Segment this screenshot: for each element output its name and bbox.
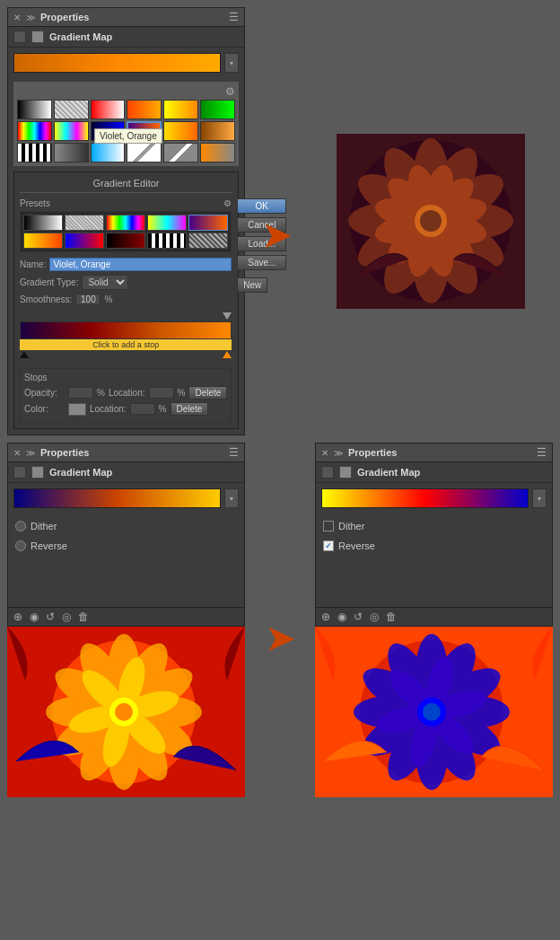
preset-5[interactable]	[188, 215, 228, 231]
bottom-left-gradient-bar-row: ▾	[8, 483, 244, 514]
bottom-right-panel-header: ✕ ≫ Properties ☰	[316, 444, 552, 462]
bottom-right-dither-row: Dither	[316, 519, 552, 533]
flower-svg-bottom-right	[315, 627, 553, 797]
gradient-cell-12[interactable]	[200, 121, 235, 141]
eye-icon-br[interactable]: ◉	[337, 611, 346, 623]
bottom-right-expand-icon[interactable]: ≫	[334, 448, 343, 458]
add-icon-br[interactable]: ⊕	[321, 611, 330, 623]
opacity-pct: %	[97, 388, 105, 398]
panel-expand-icon[interactable]: ≫	[26, 13, 35, 22]
rotate-icon-br[interactable]: ↺	[354, 611, 363, 623]
gradient-cell-16[interactable]	[127, 143, 162, 163]
bottom-right-gradient-map-label: Gradient Map	[357, 467, 420, 478]
gradient-cell-7[interactable]	[17, 121, 52, 141]
bottom-right-layer-thumbnail	[339, 466, 352, 479]
gradient-bar-row-top: ▾	[8, 48, 244, 78]
bottom-right-panel-title: Properties	[348, 447, 397, 458]
bottom-left-menu-icon[interactable]: ☰	[229, 446, 239, 459]
gradient-bar-top[interactable]	[13, 53, 221, 73]
gradient-cell-5[interactable]	[163, 100, 198, 119]
gradient-type-select[interactable]: Solid Noise	[82, 275, 128, 290]
gradient-type-label: Gradient Type:	[20, 277, 78, 287]
bottom-right-dither-checkbox[interactable]	[323, 521, 334, 531]
bottom-left-expand-icon[interactable]: ≫	[26, 448, 35, 458]
flower-canvas-top	[337, 134, 525, 309]
bottom-right-wrapper: ✕ ≫ Properties ☰ Gradient Map ▾ Dithe	[315, 443, 553, 797]
stop-top-right[interactable]	[223, 312, 232, 320]
bottom-left-close-btn[interactable]: ✕	[13, 448, 21, 458]
gradient-cell-8[interactable]	[54, 121, 89, 141]
color-delete-btn[interactable]: Delete	[171, 402, 209, 416]
preset-7[interactable]	[65, 233, 104, 249]
gradient-cell-11[interactable]	[163, 121, 198, 141]
gradient-cell-13[interactable]	[17, 143, 52, 163]
bottom-left-visibility-checkbox[interactable]	[13, 466, 26, 479]
opacity-loc-pct: %	[178, 388, 186, 398]
color-swatch[interactable]	[68, 403, 86, 416]
gradient-cell-17[interactable]	[163, 143, 198, 163]
gradient-map-label-top: Gradient Map	[49, 31, 112, 42]
gradient-dropdown-top[interactable]: ▾	[224, 53, 239, 73]
preset-2[interactable]	[65, 215, 104, 231]
bottom-right-menu-icon[interactable]: ☰	[537, 446, 547, 459]
name-input[interactable]	[49, 258, 232, 271]
bottom-left-layer-thumbnail	[31, 466, 44, 479]
bottom-right-gradient-bar-row: ▾	[316, 483, 552, 514]
gradient-cell-15[interactable]	[91, 143, 126, 163]
opacity-delete-btn[interactable]: Delete	[188, 386, 227, 400]
stop-bottom-left[interactable]	[20, 351, 29, 358]
preset-6[interactable]	[23, 233, 63, 249]
bottom-right-gradient-bar[interactable]	[321, 488, 529, 508]
gradient-cell-1[interactable]	[17, 100, 52, 119]
smoothness-input[interactable]	[75, 294, 101, 305]
visibility-icon-br[interactable]: ◎	[370, 611, 379, 623]
bottom-right-visibility-checkbox[interactable]	[321, 466, 334, 479]
svg-point-51	[115, 703, 133, 721]
stop-bottom-right[interactable]	[223, 351, 232, 358]
opacity-value-input[interactable]	[68, 387, 93, 399]
bottom-right-dither-label: Dither	[338, 521, 364, 531]
stops-title: Stops	[24, 373, 227, 382]
bottom-right-close-btn[interactable]: ✕	[321, 448, 328, 458]
visibility-checkbox-top[interactable]	[13, 31, 26, 43]
gear-icon-top[interactable]: ⚙	[225, 85, 235, 98]
preset-4[interactable]	[147, 215, 187, 231]
panel-title-top: Properties	[40, 12, 89, 22]
bottom-left-gradient-map-label: Gradient Map	[49, 467, 112, 478]
color-location-input[interactable]	[130, 403, 155, 415]
preset-1[interactable]	[23, 215, 63, 231]
bottom-left-panel-title-group: ✕ ≫ Properties	[13, 447, 89, 458]
gradient-cell-4[interactable]	[127, 100, 162, 119]
gradient-cell-2[interactable]	[54, 100, 89, 119]
opacity-location-input[interactable]	[149, 387, 174, 399]
preset-8[interactable]	[106, 233, 145, 249]
editor-gradient-bar[interactable]	[20, 321, 232, 339]
bottom-left-dither-checkbox[interactable]	[15, 521, 26, 531]
bottom-left-dither-row: Dither	[8, 519, 244, 533]
trash-icon-br[interactable]: 🗑	[386, 611, 397, 623]
panel-menu-icon-top[interactable]: ☰	[229, 11, 239, 23]
bottom-left-gradient-bar[interactable]	[13, 488, 221, 508]
preset-10[interactable]	[188, 233, 228, 249]
preset-3[interactable]	[106, 215, 145, 231]
gradient-cell-3[interactable]	[91, 100, 126, 119]
bottom-left-gradient-dropdown[interactable]: ▾	[224, 488, 239, 508]
gradient-cell-6[interactable]	[200, 100, 235, 119]
gradient-cell-14[interactable]	[54, 143, 89, 163]
presets-menu-icon[interactable]: ⚙	[223, 198, 232, 208]
arrow-top: ➤	[254, 7, 299, 435]
visibility-icon-bl[interactable]: ◎	[62, 611, 71, 623]
add-icon-bl[interactable]: ⊕	[13, 611, 22, 623]
bottom-left-reverse-checkbox[interactable]	[15, 540, 26, 551]
bottom-right-reverse-checkbox[interactable]: ✓	[323, 540, 334, 551]
panel-close-btn[interactable]: ✕	[13, 13, 21, 22]
trash-icon-bl[interactable]: 🗑	[78, 611, 89, 623]
eye-icon-bl[interactable]: ◉	[30, 611, 39, 623]
bottom-left-panel: ✕ ≫ Properties ☰ Gradient Map ▾ Dithe	[7, 443, 245, 627]
gradient-cell-18[interactable]	[200, 143, 235, 163]
preset-9[interactable]	[147, 233, 187, 249]
editor-gradient-area: Click to add a stop	[20, 311, 232, 363]
rotate-icon-bl[interactable]: ↺	[46, 611, 55, 623]
bottom-right-gradient-dropdown[interactable]: ▾	[532, 488, 547, 508]
bottom-right-flower	[315, 627, 553, 797]
